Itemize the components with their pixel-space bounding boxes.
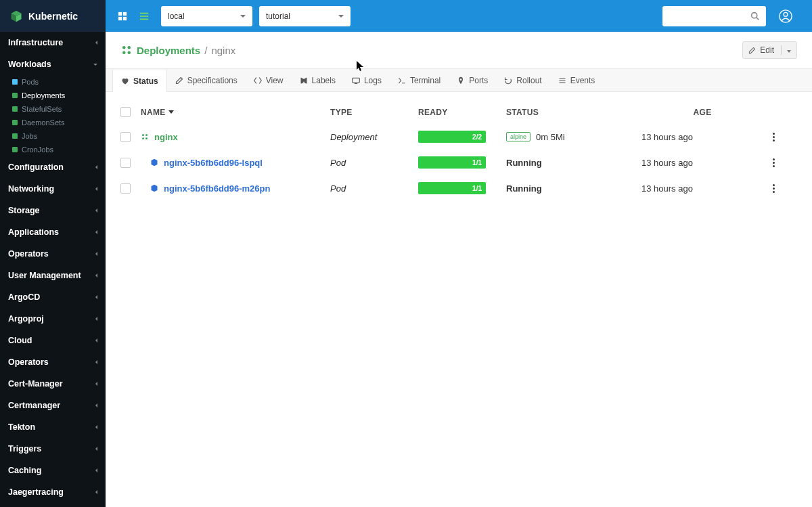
chevron-left-icon [95, 317, 97, 321]
name-cell[interactable]: nginx [141, 132, 330, 142]
edit-button[interactable]: Edit [742, 41, 797, 59]
sidebar-category[interactable]: Operators [0, 243, 106, 265]
svg-point-18 [142, 137, 144, 139]
breadcrumb-root[interactable]: Deployments [137, 45, 200, 56]
chevron-left-icon [95, 360, 97, 364]
sidebar-category[interactable]: ArgoCD [0, 286, 106, 308]
col-ready[interactable]: READY [418, 108, 506, 117]
edit-button-caret[interactable] [781, 45, 791, 55]
sidebar-category[interactable]: Storage [0, 200, 106, 221]
sidebar-item[interactable]: Jobs [0, 129, 106, 143]
breadcrumb: Deployments / nginx [120, 44, 235, 56]
pod-icon [150, 184, 158, 192]
edit-icon [748, 47, 756, 54]
resource-icon [12, 147, 18, 152]
chevron-left-icon [95, 425, 97, 429]
col-type[interactable]: TYPE [330, 108, 418, 117]
main-content: Deployments / nginx Edit StatusSpecifica… [106, 32, 812, 507]
sidebar-category[interactable]: Infrastructure [0, 32, 106, 53]
list-icon[interactable] [139, 12, 149, 21]
brand: Kubernetic [0, 0, 106, 32]
user-menu[interactable] [766, 9, 812, 24]
brand-name: Kubernetic [28, 11, 78, 22]
tab[interactable]: Events [550, 70, 604, 91]
name-cell[interactable]: nginx-5b6fb6dd96-lspql [141, 158, 330, 168]
svg-rect-5 [140, 16, 148, 17]
sidebar-category[interactable]: Jaegertracing [0, 481, 106, 503]
col-name[interactable]: NAME [141, 108, 330, 117]
sidebar-category[interactable]: Certmanager [0, 395, 106, 416]
tab[interactable]: Status [112, 69, 167, 92]
chevron-left-icon [95, 165, 97, 169]
svg-rect-15 [353, 78, 360, 83]
row-checkbox[interactable] [120, 158, 131, 168]
svg-rect-3 [123, 16, 127, 20]
svg-point-11 [122, 46, 126, 49]
table-header-row: NAME TYPE READY STATUS AGE [120, 100, 797, 124]
image-tag: alpine [506, 132, 531, 141]
svg-rect-0 [118, 12, 122, 15]
chevron-left-icon [95, 403, 97, 407]
col-status[interactable]: STATUS [506, 108, 641, 117]
row-checkbox[interactable] [120, 132, 131, 142]
sidebar-category[interactable]: User Management [0, 265, 106, 286]
row-actions-button[interactable] [763, 158, 784, 167]
sidebar-item[interactable]: StatefulSets [0, 102, 106, 116]
col-age[interactable]: AGE [641, 108, 763, 117]
search-icon [750, 12, 759, 20]
name-cell[interactable]: nginx-5b6fb6dd96-m26pn [141, 183, 330, 194]
type-cell: Deployment [330, 132, 418, 142]
sort-desc-icon [168, 110, 174, 114]
sidebar-item[interactable]: Pods [0, 75, 106, 89]
row-actions-button[interactable] [763, 133, 784, 141]
type-cell: Pod [330, 183, 418, 194]
row-actions-button[interactable] [763, 184, 784, 193]
grid-icon[interactable] [118, 12, 127, 21]
svg-point-7 [752, 13, 757, 18]
sidebar-category[interactable]: Configuration [0, 156, 106, 178]
svg-point-14 [128, 51, 131, 55]
sidebar-category[interactable]: Networking [0, 503, 106, 507]
sidebar-category[interactable]: Operators [0, 351, 106, 373]
tab[interactable]: Labels [292, 70, 344, 91]
chevron-left-icon [95, 208, 97, 213]
sidebar-category[interactable]: Cloud [0, 330, 106, 351]
sidebar-item[interactable]: Deployments [0, 89, 106, 102]
tab[interactable]: View [246, 70, 292, 91]
table-row: nginx Deployment 2/2 alpine0m 5Mi 13 hou… [120, 124, 797, 150]
deployment-icon [141, 133, 149, 141]
pod-icon [150, 158, 158, 167]
sidebar-category[interactable]: Networking [0, 178, 106, 200]
svg-line-8 [757, 18, 759, 20]
sidebar-category[interactable]: Workloads [0, 53, 106, 75]
sidebar-category[interactable]: Cert-Manager [0, 373, 106, 395]
cluster-dropdown[interactable]: local [161, 6, 252, 26]
svg-rect-6 [140, 18, 148, 20]
sidebar-category[interactable]: Argoproj [0, 308, 106, 330]
tab[interactable]: Terminal [390, 70, 449, 91]
tab[interactable]: Rollout [496, 70, 549, 91]
table-row: nginx-5b6fb6dd96-m26pn Pod 1/1 Running 1… [120, 175, 797, 201]
namespace-dropdown[interactable]: tutorial [259, 6, 351, 26]
sidebar: InfrastructureWorkloadsPodsDeploymentsSt… [0, 32, 106, 507]
tab[interactable]: Ports [449, 70, 496, 91]
logo-icon [9, 9, 23, 23]
sidebar-item[interactable]: DaemonSets [0, 116, 106, 129]
sidebar-category[interactable]: Applications [0, 221, 106, 243]
chevron-left-icon [95, 41, 97, 45]
svg-rect-2 [118, 16, 122, 20]
tab[interactable]: Logs [344, 70, 390, 91]
tab[interactable]: Specifications [167, 70, 246, 91]
row-checkbox[interactable] [120, 183, 131, 194]
sidebar-category[interactable]: Caching [0, 460, 106, 481]
namespace-value: tutorial [266, 12, 290, 21]
status-cell: Running [506, 183, 641, 194]
sidebar-category[interactable]: Triggers [0, 438, 106, 460]
sidebar-category[interactable]: Tekton [0, 416, 106, 438]
sidebar-item[interactable]: CronJobs [0, 143, 106, 156]
chevron-down-icon [338, 15, 344, 18]
search-input[interactable] [662, 6, 766, 26]
svg-point-13 [122, 51, 126, 55]
select-all-checkbox[interactable] [120, 107, 131, 117]
page-header: Deployments / nginx Edit [106, 32, 812, 69]
